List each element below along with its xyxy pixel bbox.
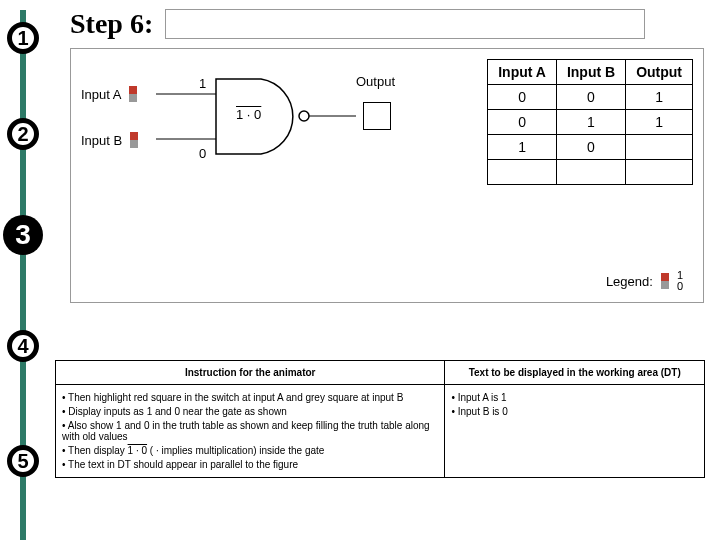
circuit-diagram: Input A Input B 1 0 1 · 0 Output: [81, 74, 461, 194]
list-item: • Then highlight red square in the switc…: [62, 392, 438, 403]
step-marker-4: 4: [7, 330, 39, 362]
list-item: • Display inputs as 1 and 0 near the gat…: [62, 406, 438, 417]
step-marker-3-current: 3: [3, 215, 43, 255]
list-item: • Then display 1 · 0 ( · implies multipl…: [62, 445, 438, 456]
legend: Legend: 1 0: [606, 270, 683, 292]
step-title: Step 6:: [70, 8, 153, 40]
instr-header-2: Text to be displayed in the working area…: [445, 361, 705, 385]
legend-label: Legend:: [606, 274, 653, 289]
switch-b-red: [130, 132, 138, 140]
switch-a: [129, 86, 137, 102]
instr-cell-1: • Then highlight red square in the switc…: [56, 385, 445, 478]
table-row: 1 0: [488, 135, 693, 160]
svg-point-2: [299, 111, 309, 121]
list-item: • Input A is 1: [451, 392, 698, 403]
step-marker-1: 1: [7, 22, 39, 54]
title-placeholder-box: [165, 9, 645, 39]
output-label: Output: [356, 74, 395, 89]
list-item: • Also show 1 and 0 in the truth table a…: [62, 420, 438, 442]
list-item: • The text in DT should appear in parall…: [62, 459, 438, 470]
input-a-row: Input A: [81, 86, 137, 102]
table-row: 0 1 1: [488, 110, 693, 135]
th-input-a: Input A: [488, 60, 557, 85]
table-row: 0 0 1: [488, 85, 693, 110]
input-a-label: Input A: [81, 87, 121, 102]
input-b-row: Input B: [81, 132, 138, 148]
gate-expression: 1 · 0: [236, 107, 261, 122]
instr-header-1: Instruction for the animator: [56, 361, 445, 385]
list-item: • Input B is 0: [451, 406, 698, 417]
switch-b-grey: [130, 140, 138, 148]
table-row: [488, 160, 693, 185]
switch-b: [130, 132, 138, 148]
step-marker-2: 2: [7, 118, 39, 150]
legend-switch-icon: [661, 273, 669, 289]
input-b-label: Input B: [81, 133, 122, 148]
instr-cell-2: • Input A is 1 • Input B is 0: [445, 385, 705, 478]
truth-table: Input A Input B Output 0 0 1 0 1 1 1 0: [487, 59, 693, 185]
th-input-b: Input B: [556, 60, 625, 85]
working-area: Input A Input B 1 0 1 · 0 Output: [70, 48, 704, 303]
legend-values: 1 0: [677, 270, 683, 292]
output-box: [363, 102, 391, 130]
switch-a-red: [129, 86, 137, 94]
th-output: Output: [626, 60, 693, 85]
step-marker-5: 5: [7, 445, 39, 477]
switch-a-grey: [129, 94, 137, 102]
instruction-table: Instruction for the animator Text to be …: [55, 360, 705, 478]
header: Step 6:: [70, 8, 645, 40]
